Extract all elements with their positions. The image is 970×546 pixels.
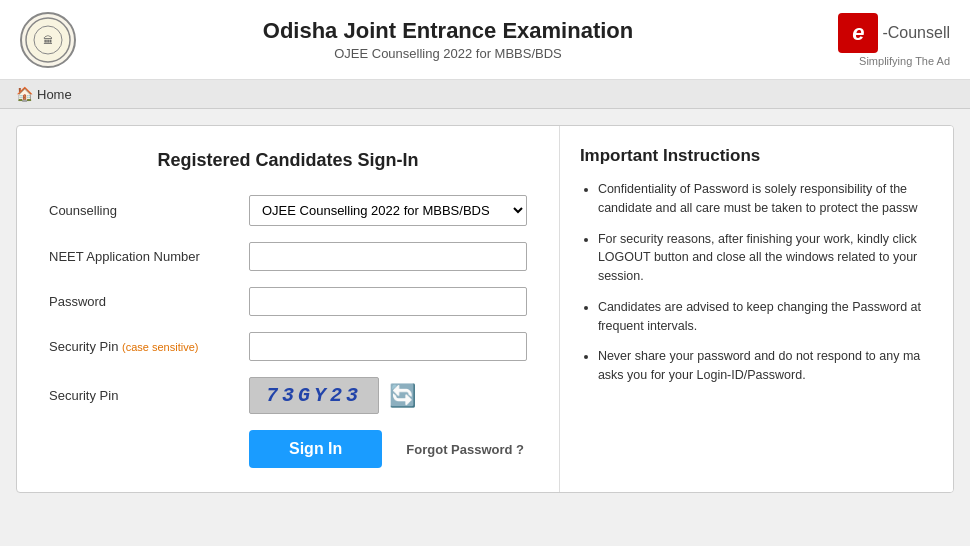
password-input[interactable] <box>249 287 527 316</box>
signin-button[interactable]: Sign In <box>249 430 382 468</box>
instruction-item-4: Never share your password and do not res… <box>598 347 933 385</box>
page-header: 🏛 Odisha Joint Entrance Examination OJEE… <box>0 0 970 80</box>
page-subtitle: OJEE Counselling 2022 for MBBS/BDS <box>76 46 820 61</box>
brand-subtitle: Simplifying The Ad <box>859 55 950 67</box>
instruction-item-2: For security reasons, after finishing yo… <box>598 230 933 286</box>
brand-name: -Counsell <box>882 24 950 42</box>
signin-panel: Registered Candidates Sign-In Counsellin… <box>17 126 560 492</box>
instructions-heading: Important Instructions <box>580 146 933 166</box>
header-title-block: Odisha Joint Entrance Examination OJEE C… <box>76 18 820 61</box>
forgot-password-link[interactable]: Forgot Password ? <box>406 442 524 457</box>
security-pin-input[interactable] <box>249 332 527 361</box>
security-pin-input-label: Security Pin (case sensitive) <box>49 339 249 354</box>
nav-bar: 🏠 Home <box>0 80 970 109</box>
captcha-label: Security Pin <box>49 388 249 403</box>
instruction-item-1: Confidentiality of Password is solely re… <box>598 180 933 218</box>
signin-heading: Registered Candidates Sign-In <box>49 150 527 171</box>
case-note: (case sensitive) <box>122 341 198 353</box>
neet-label: NEET Application Number <box>49 249 249 264</box>
security-pin-input-row: Security Pin (case sensitive) <box>49 332 527 361</box>
password-label: Password <box>49 294 249 309</box>
page-title: Odisha Joint Entrance Examination <box>76 18 820 44</box>
captcha-row: Security Pin 73GY23 🔄 <box>49 377 527 414</box>
instruction-item-3: Candidates are advised to keep changing … <box>598 298 933 336</box>
instructions-panel: Important Instructions Confidentiality o… <box>560 126 953 492</box>
captcha-image: 73GY23 <box>249 377 379 414</box>
odisha-emblem: 🏛 <box>20 12 76 68</box>
instructions-list: Confidentiality of Password is solely re… <box>580 180 933 385</box>
neet-row: NEET Application Number <box>49 242 527 271</box>
counselling-row: Counselling OJEE Counselling 2022 for MB… <box>49 195 527 226</box>
counselling-label: Counselling <box>49 203 249 218</box>
password-row: Password <box>49 287 527 316</box>
home-icon: 🏠 <box>16 86 33 102</box>
captcha-refresh-button[interactable]: 🔄 <box>389 383 416 409</box>
form-buttons: Sign In Forgot Password ? <box>249 430 527 468</box>
neet-input[interactable] <box>249 242 527 271</box>
brand-icon: e <box>838 13 878 53</box>
home-link[interactable]: Home <box>37 87 72 102</box>
brand-block: e -Counsell Simplifying The Ad <box>820 13 950 67</box>
counselling-select[interactable]: OJEE Counselling 2022 for MBBS/BDS <box>249 195 527 226</box>
main-content: Registered Candidates Sign-In Counsellin… <box>16 125 954 493</box>
svg-text:🏛: 🏛 <box>43 35 53 46</box>
